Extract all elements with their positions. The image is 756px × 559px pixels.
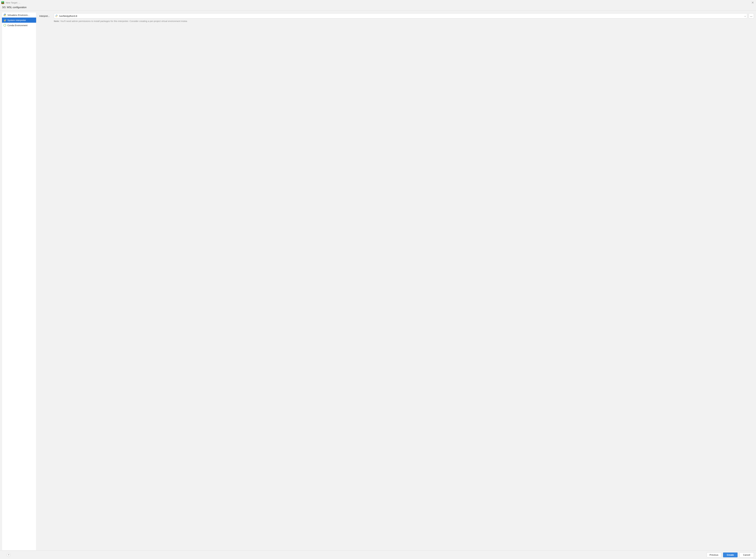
python-icon bbox=[55, 15, 58, 17]
browse-interpreter-button[interactable]: ... bbox=[749, 13, 754, 19]
ellipsis-icon: ... bbox=[750, 15, 753, 17]
sidebar-item-label: Conda Environment bbox=[7, 24, 27, 27]
conda-icon bbox=[3, 24, 6, 27]
help-icon: ? bbox=[8, 554, 9, 556]
dialog-window: PC EAP New Target: ... 3/3. WSL configur… bbox=[0, 0, 756, 559]
window-title: New Target: ... bbox=[6, 1, 20, 4]
sidebar-item-conda[interactable]: Conda Environment bbox=[2, 23, 36, 28]
sidebar-item-label: System Interpreter bbox=[7, 19, 26, 21]
svg-text:v: v bbox=[6, 15, 6, 16]
wizard-step-label: 3/3. WSL configuration bbox=[0, 5, 756, 11]
interpreter-value: /usr/bin/python3.8 bbox=[59, 15, 743, 17]
interpreter-combo[interactable]: /usr/bin/python3.8 bbox=[54, 13, 747, 19]
svg-text:PC: PC bbox=[2, 1, 3, 3]
interpreter-type-list: v Virtualenv Environm... System Interpre… bbox=[2, 12, 36, 551]
python-venv-icon: v bbox=[3, 14, 6, 16]
help-button[interactable]: ? bbox=[7, 553, 10, 557]
close-icon bbox=[752, 1, 754, 4]
pycharm-app-icon: PC EAP bbox=[1, 1, 4, 4]
permissions-note: Note: You'll need admin permissions to i… bbox=[39, 19, 756, 22]
dialog-footer: ? Previous Create Cancel bbox=[0, 551, 756, 559]
svg-point-10 bbox=[4, 24, 6, 26]
note-prefix: Note: bbox=[54, 20, 60, 22]
svg-point-11 bbox=[56, 15, 56, 15]
svg-point-6 bbox=[5, 16, 5, 16]
cancel-button[interactable]: Cancel bbox=[739, 553, 754, 557]
sidebar-item-system-interpreter[interactable]: System Interpreter bbox=[2, 18, 36, 23]
note-text: You'll need admin permissions to install… bbox=[60, 20, 187, 22]
close-button[interactable] bbox=[751, 0, 755, 5]
chevron-down-icon bbox=[744, 15, 746, 17]
python-icon bbox=[3, 19, 6, 21]
svg-text:EAP: EAP bbox=[2, 3, 3, 4]
interpreter-row: Interpret... /usr/bin/python3.8 bbox=[39, 13, 756, 19]
interpreter-config-panel: Interpret... /usr/bin/python3.8 bbox=[36, 12, 756, 551]
dialog-main-area: v Virtualenv Environm... System Interpre… bbox=[0, 11, 756, 551]
sidebar-item-label: Virtualenv Environm... bbox=[7, 14, 29, 16]
create-button[interactable]: Create bbox=[723, 553, 737, 557]
svg-point-12 bbox=[57, 17, 57, 17]
interpreter-label: Interpret... bbox=[39, 15, 52, 17]
sidebar-item-virtualenv[interactable]: v Virtualenv Environm... bbox=[2, 13, 36, 18]
titlebar: PC EAP New Target: ... bbox=[0, 0, 756, 5]
svg-point-9 bbox=[5, 21, 5, 21]
previous-button[interactable]: Previous bbox=[707, 553, 721, 557]
